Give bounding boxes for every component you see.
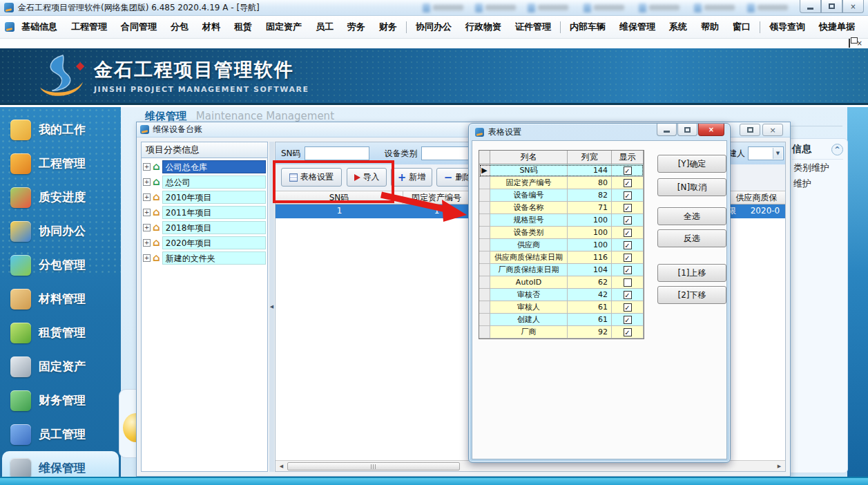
config-row[interactable]: ▶SN码144✓ bbox=[479, 164, 644, 177]
expand-icon[interactable]: + bbox=[143, 163, 151, 171]
info-link-1[interactable]: 维护 bbox=[792, 175, 843, 191]
move-down-button[interactable]: [2]下移 bbox=[657, 286, 726, 304]
column-header[interactable]: SN码 bbox=[276, 191, 403, 204]
expand-icon[interactable]: + bbox=[143, 193, 151, 201]
sidebar-item-subcontract[interactable]: 分包管理 bbox=[0, 248, 121, 282]
cancel-button[interactable]: [N]取消 bbox=[657, 178, 726, 196]
tree-item[interactable]: +⌂新建的文件夹 bbox=[143, 251, 266, 265]
checkbox-checked-icon[interactable]: ✓ bbox=[624, 216, 632, 225]
sidebar-item-finance[interactable]: 财务管理 bbox=[0, 383, 121, 417]
chevron-up-icon[interactable]: ^ bbox=[831, 144, 843, 155]
mdi-restore-button[interactable] bbox=[849, 39, 850, 48]
scroll-left-icon[interactable]: ◀ bbox=[276, 462, 287, 471]
sidebar-item-fixed-assets[interactable]: 固定资产 bbox=[0, 350, 121, 383]
expand-icon[interactable]: + bbox=[143, 254, 151, 262]
dialog-maximize-button[interactable] bbox=[677, 124, 697, 136]
menu-item-0-1[interactable]: 工程管理 bbox=[64, 21, 114, 33]
checkbox-checked-icon[interactable]: ✓ bbox=[624, 316, 632, 324]
config-row[interactable]: AutoID62 bbox=[479, 276, 644, 289]
menu-item-1-0[interactable]: 协同办公 bbox=[409, 21, 459, 33]
mdi-close-button[interactable]: × bbox=[857, 39, 862, 48]
sidebar-item-project-management[interactable]: 工程管理 bbox=[0, 146, 121, 180]
maximize-button[interactable] bbox=[821, 0, 842, 13]
menu-item-0-2[interactable]: 合同管理 bbox=[114, 21, 164, 33]
tree-item[interactable]: +⌂总公司 bbox=[143, 175, 266, 189]
checkbox-checked-icon[interactable]: ✓ bbox=[624, 191, 632, 200]
dialog-close-button[interactable]: × bbox=[698, 124, 724, 136]
config-row[interactable]: 设备编号82✓ bbox=[479, 189, 644, 202]
menu-item-2-1[interactable]: 维保管理 bbox=[613, 21, 662, 33]
menu-item-3-1[interactable]: 快捷单据 bbox=[812, 21, 862, 33]
config-row[interactable]: 厂商92✓ bbox=[479, 326, 644, 339]
checkbox-checked-icon[interactable]: ✓ bbox=[624, 328, 632, 336]
checkbox-checked-icon[interactable]: ✓ bbox=[624, 254, 632, 262]
move-up-button[interactable]: [1]上移 bbox=[657, 264, 726, 282]
tree-item[interactable]: +⌂2011年项目 bbox=[143, 205, 266, 220]
sidebar-item-my-work[interactable]: 我的工作 bbox=[0, 113, 121, 146]
expand-icon[interactable]: + bbox=[143, 209, 151, 216]
tree-item[interactable]: +⌂2020年项目 bbox=[143, 236, 266, 250]
creator-combo[interactable]: ▼ bbox=[748, 146, 784, 160]
menu-item-3-0[interactable]: 领导查询 bbox=[762, 21, 812, 33]
config-row[interactable]: 设备名称71✓ bbox=[479, 202, 644, 214]
checkbox-checked-icon[interactable]: ✓ bbox=[624, 229, 632, 237]
sidebar-item-quality-progress[interactable]: 质安进度 bbox=[0, 180, 121, 214]
menu-item-0-9[interactable]: 财务 bbox=[372, 21, 404, 33]
tree-item[interactable]: +⌂2010年项目 bbox=[143, 190, 266, 205]
tree-item[interactable]: +⌂2018年项目 bbox=[143, 220, 266, 235]
menu-item-3-2[interactable]: 重连网络 bbox=[862, 21, 868, 33]
minimize-button[interactable] bbox=[800, 0, 821, 13]
config-row[interactable]: 创建人61✓ bbox=[479, 314, 644, 326]
checkbox-checked-icon[interactable]: ✓ bbox=[624, 291, 632, 299]
menu-item-2-4[interactable]: 窗口 bbox=[726, 21, 758, 33]
checkbox-checked-icon[interactable]: ✓ bbox=[624, 266, 632, 274]
checkbox-checked-icon[interactable]: ✓ bbox=[624, 303, 632, 312]
dialog-minimize-button[interactable] bbox=[657, 124, 677, 136]
ledger-close-button[interactable]: × bbox=[762, 124, 783, 136]
config-row[interactable]: 审核人61✓ bbox=[479, 301, 644, 314]
menu-item-2-3[interactable]: 帮助 bbox=[694, 21, 726, 33]
checkbox-icon[interactable] bbox=[624, 278, 632, 287]
sn-input[interactable] bbox=[305, 146, 369, 160]
confirm-button[interactable]: [Y]确定 bbox=[657, 155, 726, 173]
select-all-button[interactable]: 全选 bbox=[657, 207, 726, 225]
config-row[interactable]: 审核否42✓ bbox=[479, 289, 644, 301]
combo-arrow-icon[interactable]: ▼ bbox=[773, 148, 782, 159]
checkbox-checked-icon[interactable]: ✓ bbox=[624, 241, 632, 249]
menu-item-2-2[interactable]: 系统 bbox=[662, 21, 694, 33]
info-link-0[interactable]: 类别维护 bbox=[792, 160, 843, 175]
table-settings-button[interactable]: 表格设置 bbox=[281, 168, 342, 187]
expand-icon[interactable]: + bbox=[143, 178, 151, 186]
config-row[interactable]: 供应商100✓ bbox=[479, 239, 644, 251]
checkbox-checked-icon[interactable]: ✓ bbox=[624, 179, 632, 187]
close-button[interactable]: × bbox=[842, 0, 864, 13]
sidebar-item-leasing[interactable]: 租赁管理 bbox=[0, 316, 121, 350]
menu-item-0-0[interactable]: 基础信息 bbox=[15, 21, 64, 33]
sidebar-item-collaboration[interactable]: 协同办公 bbox=[0, 214, 121, 248]
menu-item-0-7[interactable]: 员工 bbox=[309, 21, 340, 33]
tree-item[interactable]: +⌂公司总仓库 bbox=[143, 160, 266, 174]
config-row[interactable]: 供应商质保结束日期116✓ bbox=[479, 251, 644, 264]
checkbox-checked-icon[interactable]: ✓ bbox=[624, 204, 632, 212]
config-row[interactable]: 规格型号100✓ bbox=[479, 214, 644, 227]
checkbox-checked-icon[interactable]: ✓ bbox=[624, 167, 632, 175]
ledger-maximize-button[interactable] bbox=[740, 124, 760, 136]
column-header-partial[interactable]: 供应商质保 bbox=[724, 191, 786, 204]
config-row[interactable]: 设备类别100✓ bbox=[479, 227, 644, 239]
menu-item-1-2[interactable]: 证件管理 bbox=[508, 21, 558, 33]
add-button[interactable]: + 新增 bbox=[391, 168, 432, 187]
column-header[interactable]: 固定资产编号 bbox=[403, 191, 470, 204]
expand-icon[interactable]: + bbox=[143, 239, 151, 247]
menu-item-1-1[interactable]: 行政物资 bbox=[459, 21, 508, 33]
splitter-handle[interactable]: ◀ bbox=[269, 142, 274, 472]
sidebar-item-materials[interactable]: 材料管理 bbox=[0, 282, 121, 316]
menu-item-0-4[interactable]: 材料 bbox=[195, 21, 227, 33]
config-row[interactable]: 厂商质保结束日期104✓ bbox=[479, 264, 644, 276]
import-button[interactable]: 导入 bbox=[347, 168, 387, 187]
menu-item-0-6[interactable]: 固定资产 bbox=[259, 21, 309, 33]
menu-item-0-3[interactable]: 分包 bbox=[164, 21, 195, 33]
window-titlebar[interactable]: 金石工程项目管理软件(网络集团版) 6.485 2020.4.19 A - [导… bbox=[0, 0, 868, 16]
invert-selection-button[interactable]: 反选 bbox=[657, 229, 726, 247]
scroll-right-icon[interactable]: ▶ bbox=[774, 462, 784, 471]
sidebar-item-employees[interactable]: 员工管理 bbox=[0, 417, 121, 451]
